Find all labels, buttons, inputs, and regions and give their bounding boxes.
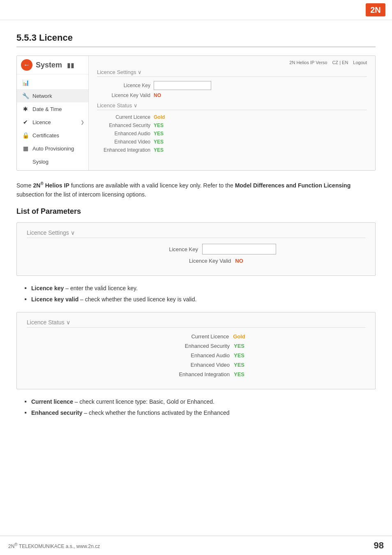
demo-current-licence-value: Gold (154, 114, 165, 120)
bullet-current-licence: Current licence – check current licence … (25, 398, 376, 406)
param-enhanced-audio-value: YES (234, 352, 244, 358)
demo-enhanced-audio-label: Enhanced Audio (97, 131, 150, 136)
demo-enhanced-video-label: Enhanced Video (97, 139, 150, 145)
demo-licence-key-label: Licence Key (97, 83, 150, 88)
sidebar-item-syslog[interactable]: Syslog (17, 155, 88, 168)
param-enhanced-integration-label: Enhanced Integration (148, 371, 230, 377)
autoprovisioning-label: Auto Provisioning (32, 146, 74, 152)
param-box-settings: Licence Settings ∨ Licence Key Licence K… (16, 222, 376, 276)
bullet-licence-key-desc: – enter the valid licence key. (65, 285, 138, 291)
demo-main-panel: 2N Helios IP Verso CZ | EN Logout Licenc… (89, 56, 375, 170)
bullet-licence-key-valid: Licence key valid – check whether the us… (25, 295, 376, 304)
param-enhanced-security-value: YES (234, 343, 244, 349)
demo-current-licence-row: Current Licence Gold (97, 114, 367, 120)
syslog-label: Syslog (32, 159, 48, 165)
sidebar-item-network[interactable]: 🔧 Network (17, 89, 88, 102)
bullets-settings: Licence key – enter the valid licence ke… (25, 284, 376, 304)
licence-label: Licence (32, 119, 51, 125)
param-enhanced-video-label: Enhanced Video (148, 362, 230, 368)
param-current-licence-label: Current Licence (147, 333, 229, 340)
param-settings-header[interactable]: Licence Settings ∨ (27, 229, 365, 238)
param-box-status: Licence Status ∨ Current Licence Gold En… (16, 312, 376, 389)
datetime-icon: ✱ (21, 104, 30, 113)
model-differences-link: Model Differences and Function Licensing (235, 182, 351, 189)
bullet-licence-key-valid-desc: – check whether the used licence key is … (80, 296, 196, 303)
back-button[interactable]: ← (21, 59, 32, 71)
sidebar-item-autoprovisioning[interactable]: ▦ Auto Provisioning (17, 142, 88, 155)
param-licence-key-row: Licence Key (27, 244, 365, 254)
licence-chevron: ❯ (81, 120, 84, 125)
datetime-label: Date & Time (32, 106, 62, 112)
demo-enhanced-audio-row: Enhanced Audio YES (97, 131, 367, 136)
param-enhanced-video-value: YES (234, 362, 244, 368)
demo-licence-status-header[interactable]: Licence Status ∨ (97, 102, 367, 110)
footer-copyright: 2N® TELEKOMUNIKACE a.s., www.2n.cz (8, 542, 100, 549)
demo-sidebar: ← System ▮▮ 📊 🔧 Network ✱ Date & Time ✔ (17, 56, 89, 170)
main-content: 5.5.3 Licence ← System ▮▮ 📊 🔧 Network ✱ … (0, 20, 392, 438)
autoprovisioning-icon: ▦ (21, 144, 30, 153)
demo-current-licence-label: Current Licence (97, 114, 150, 120)
grid-icon: ▮▮ (67, 61, 74, 69)
sidebar-header: ← System ▮▮ (17, 56, 88, 74)
param-licence-key-valid-value: NO (235, 258, 243, 264)
demo-enhanced-integration-value: YES (154, 147, 164, 153)
demo-product-label: 2N Helios IP Verso (289, 60, 327, 65)
logo-2n: 2N (366, 3, 385, 16)
demo-logout[interactable]: Logout (353, 60, 367, 65)
sidebar-item-certificates[interactable]: 🔒 Certificates (17, 129, 88, 142)
param-enhanced-integration-row: Enhanced Integration YES (27, 371, 365, 377)
bullets-status: Current licence – check current licence … (25, 398, 376, 417)
demo-lang[interactable]: CZ | EN (332, 60, 348, 65)
param-licence-key-valid-row: Licence Key Valid NO (27, 258, 365, 264)
certificates-label: Certificates (32, 132, 59, 139)
sidebar-item-datetime[interactable]: ✱ Date & Time (17, 102, 88, 116)
demo-licence-key-input[interactable] (154, 81, 211, 90)
param-enhanced-audio-label: Enhanced Audio (148, 352, 230, 358)
footer-page-number: 98 (374, 540, 384, 551)
demo-enhanced-security-row: Enhanced Security YES (97, 123, 367, 128)
network-label: Network (32, 93, 52, 99)
bullet-enhanced-security-desc: – check whether the functions activated … (84, 409, 229, 416)
demo-enhanced-video-row: Enhanced Video YES (97, 139, 367, 145)
param-licence-key-input[interactable] (202, 244, 276, 254)
demo-licence-key-valid-value: NO (154, 92, 161, 98)
maintenance-icon (21, 170, 30, 171)
prose-paragraph: Some 2N® Helios IP functions are availab… (16, 180, 376, 199)
bullet-current-licence-desc: – check current licence type: Basic, Gol… (75, 398, 214, 405)
licence-icon: ✔ (21, 118, 30, 127)
footer: 2N® TELEKOMUNIKACE a.s., www.2n.cz 98 (0, 536, 392, 555)
bullet-licence-key-term: Licence key (31, 285, 64, 291)
demo-top-nav: 2N Helios IP Verso CZ | EN Logout (97, 60, 367, 65)
ui-demo: ← System ▮▮ 📊 🔧 Network ✱ Date & Time ✔ (16, 56, 376, 171)
demo-enhanced-audio-value: YES (154, 131, 164, 136)
sidebar-item-licence[interactable]: ✔ Licence ❯ (17, 116, 88, 129)
bullet-licence-key-valid-term: Licence key valid (31, 296, 78, 303)
param-enhanced-security-row: Enhanced Security YES (27, 343, 365, 349)
syslog-icon (21, 157, 30, 166)
param-current-licence-value: Gold (233, 333, 245, 340)
demo-enhanced-integration-row: Enhanced Integration YES (97, 147, 367, 153)
top-bar: 2N (0, 0, 392, 20)
stats-icon: 📊 (21, 78, 30, 87)
bullet-enhanced-security-term: Enhanced security (31, 409, 83, 416)
sidebar-items: 📊 🔧 Network ✱ Date & Time ✔ Licence ❯ 🔒 (17, 74, 88, 171)
demo-licence-key-row: Licence Key (97, 81, 367, 90)
sidebar-item-maintenance[interactable]: Maintenance (17, 168, 88, 171)
system-label: System (36, 61, 62, 69)
param-licence-key-label: Licence Key (116, 246, 198, 252)
param-licence-key-valid-label: Licence Key Valid (149, 258, 231, 264)
param-status-header[interactable]: Licence Status ∨ (27, 319, 365, 328)
param-enhanced-audio-row: Enhanced Audio YES (27, 352, 365, 358)
bullet-licence-key: Licence key – enter the valid licence ke… (25, 284, 376, 293)
demo-enhanced-integration-label: Enhanced Integration (97, 147, 150, 153)
sidebar-item-stats[interactable]: 📊 (17, 76, 88, 89)
demo-enhanced-video-value: YES (154, 139, 164, 145)
demo-enhanced-security-label: Enhanced Security (97, 123, 150, 128)
param-enhanced-security-label: Enhanced Security (148, 343, 230, 349)
demo-licence-key-valid-label: Licence Key Valid (97, 92, 150, 98)
page-title: 5.5.3 Licence (16, 32, 376, 47)
param-enhanced-video-row: Enhanced Video YES (27, 362, 365, 368)
demo-enhanced-security-value: YES (154, 123, 164, 128)
brand-2n: 2N® Helios IP (33, 182, 69, 189)
demo-licence-settings-header[interactable]: Licence Settings ∨ (97, 69, 367, 77)
